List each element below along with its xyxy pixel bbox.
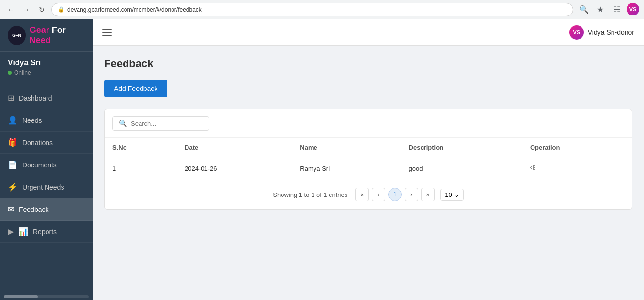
logo-need: Need: [30, 35, 51, 45]
sidebar-item-label: Urgent Needs: [22, 183, 64, 191]
needs-icon: 👤: [8, 116, 17, 125]
cell-date: 2024-01-26: [177, 157, 292, 180]
search-bar-area: 🔍: [105, 109, 632, 138]
hamburger-line-3: [102, 35, 112, 36]
dashboard-icon: ⊞: [8, 93, 14, 103]
logo-text: Gear For Need: [30, 25, 85, 45]
sidebar-item-urgent-needs[interactable]: ⚡ Urgent Needs: [0, 176, 93, 198]
sidebar-item-dashboard[interactable]: ⊞ Dashboard: [0, 87, 93, 109]
sidebar-username: Vidya Sri: [8, 59, 85, 67]
feedback-icon: ✉: [8, 205, 14, 214]
pagination-next-button[interactable]: ›: [405, 188, 418, 201]
documents-icon: 📄: [8, 160, 17, 169]
table-header-row: S.No Date Name Description Operation: [105, 138, 632, 157]
status-label: Online: [14, 69, 31, 76]
sidebar-item-label: Dashboard: [19, 94, 52, 102]
urgent-needs-icon: ⚡: [8, 182, 17, 192]
pagination-first-button[interactable]: «: [355, 188, 369, 201]
sidebar-scrollbar-thumb: [4, 295, 38, 298]
sidebar-item-label: Reports: [33, 228, 57, 236]
sidebar-logo: GFN Gear For Need: [0, 19, 93, 52]
browser-bar: ← → ↻ 🔒 devang.gearforneed.com/member/#/…: [0, 0, 644, 19]
cell-sno: 1: [105, 157, 177, 180]
per-page-chevron: ⌄: [454, 191, 459, 198]
app-container: GFN Gear For Need Vidya Sri Online ⊞ Das…: [0, 19, 644, 300]
sidebar-item-label: Needs: [22, 117, 42, 124]
sidebar-user-section: Vidya Sri Online: [0, 52, 93, 83]
donations-icon: 🎁: [8, 138, 17, 147]
table-row: 1 2024-01-26 Ramya Sri good 👁: [105, 157, 632, 180]
reports-doc-icon: 📊: [18, 227, 28, 236]
browser-action-area: 🔍 ★ ☵ VS: [577, 3, 639, 16]
sidebar-item-label: Feedback: [19, 206, 48, 213]
forward-button[interactable]: →: [20, 4, 32, 15]
logo-initials: GFN: [12, 33, 21, 38]
browser-profile-avatar[interactable]: VS: [627, 3, 639, 15]
sidebar-item-needs[interactable]: 👤 Needs: [0, 109, 93, 132]
col-date: Date: [177, 138, 292, 157]
back-button[interactable]: ←: [5, 4, 16, 15]
cell-name: Ramya Sri: [292, 157, 401, 180]
cell-description: good: [401, 157, 522, 180]
pagination-bar: Showing 1 to 1 of 1 entries « ‹ 1 › » 10…: [105, 180, 632, 209]
feedback-table-card: 🔍 S.No Date Name Description Operation: [104, 109, 632, 210]
sidebar-item-label: Donations: [22, 139, 53, 147]
sidebar-item-label: Documents: [22, 161, 57, 169]
url-text: devang.gearforneed.com/member/#/donor/fe…: [67, 6, 202, 13]
url-bar[interactable]: 🔒 devang.gearforneed.com/member/#/donor/…: [51, 3, 573, 16]
zoom-button[interactable]: 🔍: [577, 3, 591, 16]
pagination-prev-button[interactable]: ‹: [372, 188, 385, 201]
reports-icon: ▶: [8, 227, 14, 236]
hamburger-button[interactable]: [102, 29, 112, 36]
add-feedback-button[interactable]: Add Feedback: [104, 80, 167, 97]
main-content: VS Vidya Sri-donor Feedback Add Feedback…: [93, 19, 644, 300]
online-status-dot: [8, 71, 12, 75]
col-operation: Operation: [522, 138, 632, 157]
sidebar-item-feedback[interactable]: ✉ Feedback: [0, 198, 93, 221]
per-page-value: 10: [445, 191, 452, 198]
search-input-wrap[interactable]: 🔍: [112, 116, 209, 131]
per-page-select[interactable]: 10 ⌄: [440, 189, 463, 201]
sidebar-item-documents[interactable]: 📄 Documents: [0, 154, 93, 176]
search-input[interactable]: [131, 120, 203, 127]
sidebar: GFN Gear For Need Vidya Sri Online ⊞ Das…: [0, 19, 93, 300]
pagination-info: Showing 1 to 1 of 1 entries: [273, 191, 347, 198]
bookmark-button[interactable]: ★: [594, 3, 607, 16]
hamburger-line-2: [102, 32, 112, 33]
top-bar-user: VS Vidya Sri-donor: [569, 25, 634, 40]
feedback-table: S.No Date Name Description Operation 1 2…: [105, 138, 632, 180]
logo-for: For: [52, 25, 66, 35]
sidebar-scrollbar[interactable]: [4, 295, 89, 298]
top-bar-username: Vidya Sri-donor: [588, 29, 634, 36]
logo-icon: GFN: [8, 26, 26, 45]
view-icon[interactable]: 👁: [530, 164, 538, 172]
url-security-icon: 🔒: [58, 6, 64, 13]
sidebar-item-reports[interactable]: ▶ 📊 Reports: [0, 221, 93, 243]
sidebar-nav: ⊞ Dashboard 👤 Needs 🎁 Donations 📄 Docume…: [0, 83, 93, 293]
page-content: Feedback Add Feedback 🔍 S.No Date Na: [93, 46, 644, 300]
pagination-page-1[interactable]: 1: [388, 188, 402, 201]
hamburger-line-1: [102, 29, 112, 30]
top-bar: VS Vidya Sri-donor: [93, 19, 644, 46]
sidebar-status: Online: [8, 69, 85, 76]
sidebar-item-donations[interactable]: 🎁 Donations: [0, 132, 93, 154]
col-name: Name: [292, 138, 401, 157]
col-description: Description: [401, 138, 522, 157]
top-bar-avatar: VS: [569, 25, 584, 40]
col-sno: S.No: [105, 138, 177, 157]
sidebar-toggle-button[interactable]: ☵: [610, 3, 624, 16]
cell-operation: 👁: [522, 157, 632, 180]
logo-gear: Gear: [30, 25, 52, 35]
refresh-button[interactable]: ↻: [36, 4, 47, 15]
page-title: Feedback: [104, 58, 632, 70]
search-icon: 🔍: [119, 120, 127, 127]
pagination-last-button[interactable]: »: [421, 188, 435, 201]
